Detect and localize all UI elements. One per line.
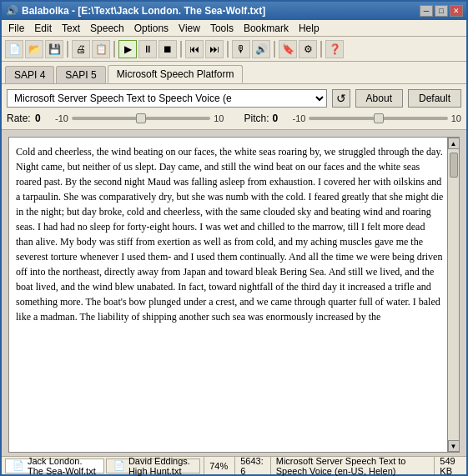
audio-button[interactable]: 🔊 (252, 40, 270, 58)
vertical-scrollbar: ▲ ▼ (447, 138, 459, 452)
status-tab-1[interactable]: 📄 Jack London. The Sea-Wolf.txt (5, 458, 104, 473)
toolbar-separator-3 (180, 41, 182, 58)
menu-edit[interactable]: Edit (29, 21, 57, 36)
toolbar-separator-6 (320, 41, 322, 58)
close-button[interactable]: ✕ (450, 5, 463, 17)
pitch-value: 0 (273, 113, 289, 124)
toolbar-separator-4 (227, 41, 229, 58)
toolbar: 📄 📂 💾 🖨 📋 ▶ ⏸ ⏹ ⏮ ⏭ 🎙 🔊 🔖 ⚙ ❓ (2, 37, 466, 62)
status-bar: 📄 Jack London. The Sea-Wolf.txt 📄 David … (2, 456, 466, 474)
record-button[interactable]: 🎙 (232, 40, 250, 58)
rate-slider-thumb (136, 113, 146, 123)
menu-help[interactable]: Help (294, 21, 325, 36)
toolbar-separator-5 (274, 41, 275, 58)
tab-sapi4[interactable]: SAPI 4 (5, 66, 54, 83)
file-size: 549 KB (440, 456, 458, 476)
title-bar-text: Balabolka - [E:\Text\Jack London. The Se… (22, 5, 265, 17)
size-section: 549 KB (434, 457, 463, 474)
pitch-label: Pitch: (244, 113, 269, 124)
scroll-thumb[interactable] (450, 153, 458, 178)
slider-row: Rate: 0 -10 10 Pitch: 0 -10 (7, 113, 461, 124)
menu-bar: File Edit Text Speech Options View Tools… (2, 20, 466, 37)
status-tab1-label: Jack London. The Sea-Wolf.txt (28, 456, 97, 476)
toolbar-separator-2 (113, 41, 115, 58)
help-button[interactable]: ❓ (325, 40, 344, 58)
default-button[interactable]: Default (408, 89, 461, 108)
menu-tools[interactable]: Tools (205, 21, 239, 36)
play-button[interactable]: ▶ (118, 40, 137, 58)
rate-min: -10 (55, 113, 68, 123)
menu-view[interactable]: View (174, 21, 205, 36)
minimize-button[interactable]: ─ (420, 5, 433, 17)
next-button[interactable]: ⏭ (205, 40, 224, 58)
position-value: 5643: 6 (240, 456, 264, 476)
about-button[interactable]: About (355, 89, 403, 108)
tab-container: SAPI 4 SAPI 5 Microsoft Speech Platform (2, 62, 466, 84)
menu-file[interactable]: File (3, 21, 29, 36)
menu-text[interactable]: Text (57, 21, 85, 36)
position-section: 5643: 6 (234, 457, 269, 474)
text-area-container: Cold and cheerless, the wind beating on … (8, 137, 460, 453)
menu-options[interactable]: Options (129, 21, 174, 36)
toolbar-separator-1 (67, 41, 68, 58)
voice-section: Microsoft Server Speech Text to Speech V… (270, 457, 433, 474)
title-bar-left: 🔊 Balabolka - [E:\Text\Jack London. The … (5, 4, 265, 18)
text-body: Cold and cheerless, the wind beating on … (16, 146, 443, 323)
tab-sapi5[interactable]: SAPI 5 (56, 66, 105, 83)
pitch-slider-track (309, 117, 447, 120)
rate-label: Rate: (7, 113, 32, 124)
open-button[interactable]: 📂 (25, 40, 43, 58)
maximize-button[interactable]: □ (435, 5, 448, 17)
new-button[interactable]: 📄 (5, 40, 23, 58)
rate-value: 0 (35, 113, 52, 124)
zoom-value: 74% (209, 461, 228, 471)
title-bar: 🔊 Balabolka - [E:\Text\Jack London. The … (2, 2, 466, 20)
text-content[interactable]: Cold and cheerless, the wind beating on … (9, 138, 459, 452)
pause-button[interactable]: ⏸ (138, 40, 157, 58)
main-window: 🔊 Balabolka - [E:\Text\Jack London. The … (0, 0, 468, 476)
voice-status: Microsoft Server Speech Text to Speech V… (276, 456, 428, 476)
rate-slider-track (72, 117, 210, 120)
scroll-up-button[interactable]: ▲ (448, 138, 460, 149)
pitch-max: 10 (451, 113, 461, 123)
copy-button[interactable]: 📋 (92, 40, 110, 58)
prev-button[interactable]: ⏮ (185, 40, 204, 58)
scroll-down-button[interactable]: ▼ (448, 440, 460, 452)
voice-row: Microsoft Server Speech Text to Speech V… (7, 89, 461, 108)
print-button[interactable]: 🖨 (72, 40, 90, 58)
voice-select[interactable]: Microsoft Server Speech Text to Speech V… (7, 89, 327, 108)
status-tab2-label: David Eddings. High Hunt.txt (128, 456, 193, 476)
menu-bookmark[interactable]: Bookmark (239, 21, 294, 36)
rate-max: 10 (214, 113, 224, 123)
pitch-slider-thumb (374, 113, 384, 123)
status-tab1-icon: 📄 (13, 460, 24, 471)
zoom-section: 74% (204, 457, 233, 474)
bookmark-button[interactable]: 🔖 (279, 40, 297, 58)
refresh-button[interactable]: ↺ (332, 89, 350, 108)
pitch-group: Pitch: 0 -10 10 (244, 113, 462, 124)
rate-group: Rate: 0 -10 10 (7, 113, 224, 124)
save-button[interactable]: 💾 (45, 40, 63, 58)
status-tab2-icon: 📄 (113, 460, 125, 471)
settings-button[interactable]: ⚙ (299, 40, 317, 58)
voice-settings: Microsoft Server Speech Text to Speech V… (2, 84, 466, 130)
app-icon: 🔊 (5, 4, 18, 18)
title-bar-controls: ─ □ ✕ (420, 5, 463, 17)
menu-speech[interactable]: Speech (85, 21, 129, 36)
stop-button[interactable]: ⏹ (159, 40, 177, 58)
status-tab-2[interactable]: 📄 David Eddings. High Hunt.txt (106, 458, 200, 473)
tab-microsoft-speech[interactable]: Microsoft Speech Platform (108, 65, 244, 83)
pitch-min: -10 (293, 113, 306, 123)
